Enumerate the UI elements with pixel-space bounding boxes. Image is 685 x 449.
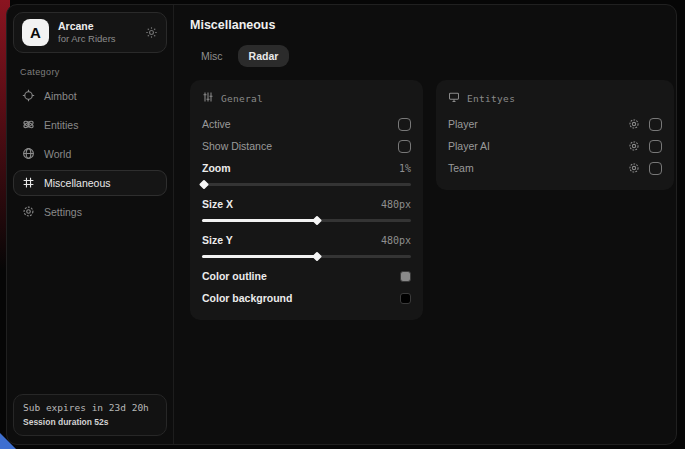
toggle-row-active: Active — [202, 113, 411, 135]
crosshair-icon — [22, 89, 35, 104]
sidebar-item-label: Entities — [44, 119, 78, 131]
size-x-slider[interactable] — [202, 216, 411, 225]
slider-fill — [202, 255, 317, 258]
player-ai-checkbox[interactable] — [649, 140, 662, 153]
general-panel: General Active Show Distance Zoom 1% — [190, 80, 423, 320]
player-checkbox[interactable] — [649, 118, 662, 131]
sidebar-item-label: Settings — [44, 206, 82, 218]
sidebar-item-aimbot[interactable]: Aimbot — [13, 83, 167, 109]
slider-label: Zoom — [202, 162, 231, 174]
entities-panel-title: Entityes — [467, 93, 515, 104]
color-background-swatch[interactable] — [400, 293, 411, 304]
entities-icon — [22, 118, 35, 133]
active-checkbox[interactable] — [398, 118, 411, 131]
entity-row-player: Player — [448, 113, 662, 135]
tab-bar: Misc Radar — [190, 45, 674, 67]
entity-row-player-ai: Player AI — [448, 135, 662, 157]
category-label: Category — [20, 67, 167, 77]
slider-thumb[interactable] — [312, 252, 322, 262]
color-outline-swatch[interactable] — [400, 271, 411, 282]
brand-subtitle: for Arc Riders — [58, 33, 136, 45]
slider-value: 480px — [381, 235, 411, 246]
session-duration-text: Session duration 52s — [23, 417, 157, 427]
entities-panel: Entityes Player Player — [436, 80, 674, 190]
slider-row-size-x: Size X 480px — [202, 193, 411, 215]
sub-expiry-text: Sub expires in 23d 20h — [23, 402, 157, 413]
slider-label: Size X — [202, 198, 233, 210]
sidebar-nav: Aimbot Entities — [13, 83, 167, 225]
slider-row-size-y: Size Y 480px — [202, 229, 411, 251]
toggle-row-show-distance: Show Distance — [202, 135, 411, 157]
brand-text: Arcane for Arc Riders — [58, 20, 136, 45]
grid-icon — [22, 176, 35, 191]
slider-label: Size Y — [202, 234, 233, 246]
toggle-label: Show Distance — [202, 140, 272, 152]
sidebar-item-label: Miscellaneous — [44, 177, 111, 189]
brand-logo: A — [22, 19, 49, 46]
gear-icon[interactable] — [145, 26, 158, 39]
entities-panel-header: Entityes — [448, 91, 662, 105]
gear-icon[interactable] — [628, 162, 640, 174]
slider-fill — [202, 219, 317, 222]
entity-label: Player AI — [448, 140, 490, 152]
app-window: A Arcane for Arc Riders Category — [6, 4, 677, 445]
subscription-card: Sub expires in 23d 20h Session duration … — [13, 394, 167, 436]
color-label: Color background — [202, 292, 292, 304]
gear-icon[interactable] — [628, 118, 640, 130]
general-panel-title: General — [221, 93, 263, 104]
slider-thumb[interactable] — [312, 216, 322, 226]
entity-row-team: Team — [448, 157, 662, 179]
gear-icon[interactable] — [628, 140, 640, 152]
sidebar-item-entities[interactable]: Entities — [13, 112, 167, 138]
brand-title: Arcane — [58, 20, 136, 33]
slider-value: 1% — [399, 163, 411, 174]
panel-row: General Active Show Distance Zoom 1% — [190, 80, 674, 320]
slider-thumb[interactable] — [199, 180, 209, 190]
gear-icon — [22, 205, 35, 220]
zoom-slider[interactable] — [202, 180, 411, 189]
main-content: Miscellaneous Misc Radar General — [174, 5, 677, 444]
toggle-label: Active — [202, 118, 231, 130]
tab-radar[interactable]: Radar — [238, 45, 290, 67]
sliders-icon — [202, 91, 214, 105]
color-row-background: Color background — [202, 287, 411, 309]
slider-row-zoom: Zoom 1% — [202, 157, 411, 179]
globe-icon — [22, 147, 35, 162]
sidebar-item-world[interactable]: World — [13, 141, 167, 167]
team-checkbox[interactable] — [649, 162, 662, 175]
screen: A Arcane for Arc Riders Category — [0, 0, 685, 449]
sidebar-item-settings[interactable]: Settings — [13, 199, 167, 225]
color-label: Color outline — [202, 270, 267, 282]
size-y-slider[interactable] — [202, 252, 411, 261]
page-title: Miscellaneous — [190, 18, 674, 32]
tab-misc[interactable]: Misc — [190, 45, 234, 67]
show-distance-checkbox[interactable] — [398, 140, 411, 153]
entity-label: Player — [448, 118, 478, 130]
entity-label: Team — [448, 162, 474, 174]
color-row-outline: Color outline — [202, 265, 411, 287]
general-panel-header: General — [202, 91, 411, 105]
sidebar-item-label: Aimbot — [44, 90, 77, 102]
brand-card: A Arcane for Arc Riders — [13, 12, 167, 53]
slider-value: 480px — [381, 199, 411, 210]
sidebar: A Arcane for Arc Riders Category — [7, 5, 174, 444]
slider-track — [202, 183, 411, 186]
sidebar-item-miscellaneous[interactable]: Miscellaneous — [13, 170, 167, 196]
monitor-icon — [448, 91, 460, 105]
sidebar-item-label: World — [44, 148, 71, 160]
